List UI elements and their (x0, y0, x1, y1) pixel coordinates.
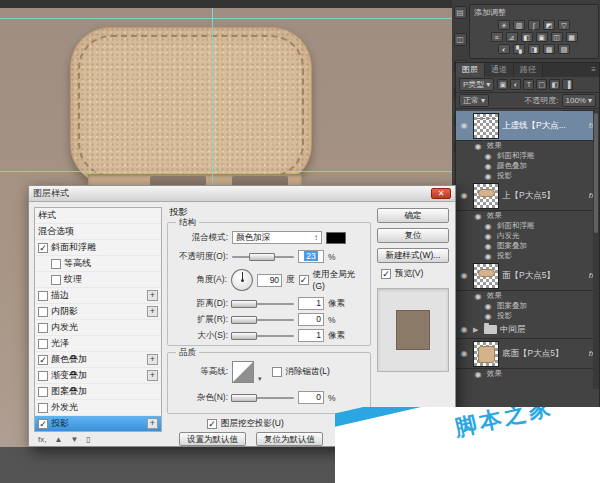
style-item-6[interactable]: 内阴影+ (35, 304, 161, 320)
antialias-checkbox-row[interactable]: 消除锯齿(L) (272, 366, 330, 378)
style-checkbox[interactable] (38, 323, 48, 333)
layer-thumbnail[interactable] (473, 113, 499, 139)
noise-slider[interactable] (232, 393, 294, 403)
visibility-eye-icon[interactable]: ◉ (482, 222, 494, 231)
set-default-button[interactable]: 设置为默认值 (179, 432, 246, 446)
style-item-0[interactable]: 样式 (35, 208, 161, 224)
properties-panel-icon[interactable]: ◫ (454, 33, 467, 46)
style-checkbox[interactable] (38, 291, 48, 301)
reset-button[interactable]: 复位 (377, 228, 449, 243)
filter-type-select[interactable]: P类型 ▾ (459, 78, 494, 91)
invert-icon[interactable]: ◐ (498, 44, 510, 54)
visibility-eye-icon[interactable]: ◉ (458, 325, 470, 334)
effect-row[interactable]: ◉投影 (456, 251, 599, 261)
shadow-color-swatch[interactable] (326, 232, 346, 244)
fx-menu-icon[interactable]: fx, (38, 435, 46, 444)
visibility-eye-icon[interactable]: ◉ (482, 252, 494, 261)
style-item-13[interactable]: ✓投影+ (35, 416, 161, 432)
tab-通道[interactable]: 通道 (485, 63, 514, 77)
style-checkbox[interactable] (38, 307, 48, 317)
smart-object-filter-icon[interactable]: ◧ (549, 79, 560, 90)
add-effect-icon[interactable]: + (147, 290, 158, 301)
new-style-button[interactable]: 新建样式(W)... (377, 248, 449, 263)
add-effect-icon[interactable]: + (147, 418, 158, 429)
global-light-checkbox[interactable]: ✓ (299, 275, 309, 285)
close-icon[interactable]: ✕ (431, 188, 451, 199)
effect-row[interactable]: ◉图案叠加 (456, 301, 599, 311)
style-checkbox[interactable] (51, 275, 61, 285)
filter-toggle-icon[interactable]: ▐ (562, 79, 573, 90)
black-white-icon[interactable]: ◧ (521, 32, 533, 42)
distance-slider[interactable] (232, 299, 294, 309)
layer-row[interactable]: ◉底面【P大点5】fx (456, 339, 599, 369)
vibrance-icon[interactable]: ▽ (558, 20, 570, 30)
effects-header-row[interactable]: ◉效果 (456, 211, 599, 221)
visibility-eye-icon[interactable]: ◉ (458, 271, 470, 280)
type-layer-filter-icon[interactable]: T (523, 79, 534, 90)
posterize-icon[interactable]: ▚ (513, 44, 525, 54)
angle-input[interactable]: 90 (257, 274, 283, 287)
expand-triangle-icon[interactable]: ▶ (473, 326, 481, 334)
hue-saturation-icon[interactable]: ≡ (491, 32, 503, 42)
effects-header-row[interactable]: ◉效果 (456, 291, 599, 301)
visibility-eye-icon[interactable]: ◉ (482, 312, 494, 321)
layer-row[interactable]: ◉上虚线【P大点...fx (456, 111, 599, 141)
layer-thumbnail[interactable] (473, 341, 499, 367)
move-effect-up-icon[interactable]: ▲ (54, 435, 62, 444)
style-item-2[interactable]: ✓斜面和浮雕 (35, 240, 161, 256)
effect-row[interactable]: ◉内发光 (456, 231, 599, 241)
noise-input[interactable]: 0 (298, 391, 324, 404)
style-item-8[interactable]: 光泽 (35, 336, 161, 352)
style-item-10[interactable]: 渐变叠加+ (35, 368, 161, 384)
style-checkbox[interactable] (51, 259, 61, 269)
brightness-contrast-icon[interactable]: ☀ (498, 20, 510, 30)
style-item-1[interactable]: 混合选项 (35, 224, 161, 240)
move-effect-down-icon[interactable]: ▼ (70, 435, 78, 444)
layer-thumbnail[interactable] (473, 263, 499, 289)
style-checkbox[interactable] (38, 403, 48, 413)
style-checkbox[interactable]: ✓ (38, 419, 48, 429)
add-effect-icon[interactable]: + (147, 354, 158, 365)
style-checkbox[interactable] (38, 371, 48, 381)
visibility-eye-icon[interactable]: ◉ (482, 152, 494, 161)
preview-checkbox-row[interactable]: ✓ 预览(V) (381, 268, 453, 280)
layer-blend-mode-select[interactable]: 正常▾ (459, 94, 489, 107)
size-slider[interactable] (232, 331, 294, 341)
style-item-3[interactable]: 等高线 (35, 256, 161, 272)
spread-input[interactable]: 0 (298, 313, 324, 326)
tab-图层[interactable]: 图层 (456, 63, 485, 77)
selective-color-icon[interactable]: ▨ (558, 44, 570, 54)
effect-row[interactable]: ◉斜面和浮雕 (456, 221, 599, 231)
spread-slider[interactable] (232, 315, 294, 325)
add-effect-icon[interactable]: + (147, 370, 158, 381)
visibility-eye-icon[interactable]: ◉ (458, 349, 470, 358)
effect-row[interactable]: ◉颜色叠加 (456, 161, 599, 171)
knockout-checkbox-row[interactable]: ✓ 图层挖空投影(U) (207, 418, 284, 430)
threshold-icon[interactable]: ◨ (528, 44, 540, 54)
color-balance-icon[interactable]: ⊿ (506, 32, 518, 42)
color-lookup-icon[interactable]: ▦ (566, 32, 578, 42)
blend-mode-select[interactable]: 颜色加深 ↕ (232, 231, 322, 244)
effect-row[interactable]: ◉图案叠加 (456, 241, 599, 251)
levels-icon[interactable]: ▥ (513, 20, 525, 30)
size-input[interactable]: 1 (298, 329, 324, 342)
visibility-eye-icon[interactable]: ◉ (472, 142, 484, 151)
style-item-11[interactable]: 图案叠加 (35, 384, 161, 400)
ok-button[interactable]: 确定 (377, 208, 449, 223)
layer-thumbnail[interactable] (473, 183, 499, 209)
shape-layer-filter-icon[interactable]: ▢ (536, 79, 547, 90)
style-checkbox[interactable] (38, 387, 48, 397)
layers-scrollbar[interactable] (593, 111, 599, 389)
style-checkbox[interactable]: ✓ (38, 243, 48, 253)
visibility-eye-icon[interactable]: ◉ (472, 212, 484, 221)
effects-header-row[interactable]: ◉效果 (456, 141, 599, 151)
photo-filter-icon[interactable]: ▣ (536, 32, 548, 42)
reset-default-button[interactable]: 复位为默认值 (256, 432, 323, 446)
antialias-checkbox[interactable] (272, 367, 282, 377)
channel-mixer-icon[interactable]: ◫ (551, 32, 563, 42)
global-light-checkbox-row[interactable]: ✓ 使用全局光(G) (299, 269, 366, 291)
style-checkbox[interactable]: ✓ (38, 355, 48, 365)
layer-group-row[interactable]: ◉▶中间层 (456, 321, 599, 339)
gradient-map-icon[interactable]: ▩ (543, 44, 555, 54)
layer-row[interactable]: ◉面【P大点5】fx (456, 261, 599, 291)
